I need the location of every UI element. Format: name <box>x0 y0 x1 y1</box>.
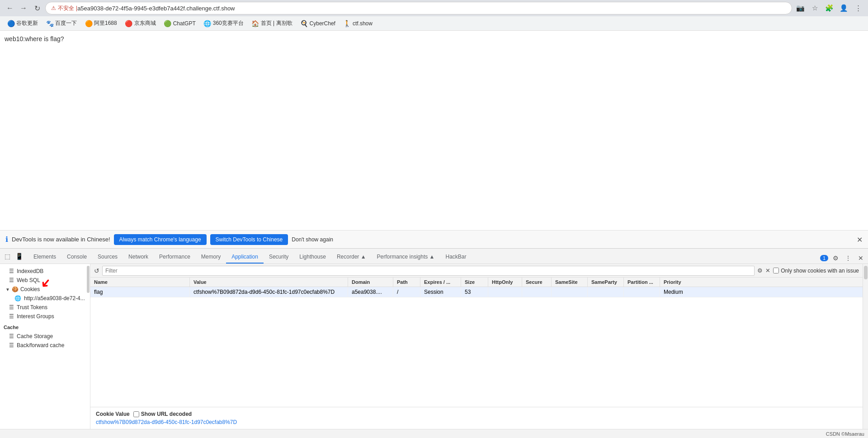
page-content: web10:where is flag? <box>0 31 868 230</box>
info-icon: ℹ <box>5 235 8 244</box>
screenshot-icon[interactable]: 📷 <box>794 2 807 14</box>
td-expires: Session <box>420 287 461 297</box>
tab-lighthouse[interactable]: Lighthouse <box>294 251 331 264</box>
tab-recorder[interactable]: Recorder ▲ <box>331 251 372 264</box>
back-button[interactable]: ← <box>4 2 16 14</box>
more-tabs-icon[interactable]: ⋮ <box>843 253 854 264</box>
sidebar-item-indexeddb[interactable]: ☰ IndexedDB <box>0 267 90 276</box>
sidebar-item-websql[interactable]: ☰ Web SQL <box>0 276 90 285</box>
th-expires[interactable]: Expires / ... <box>420 278 461 287</box>
inspect-icon[interactable]: ⬚ <box>2 251 13 262</box>
websql-icon: ☰ <box>9 277 14 283</box>
th-partition[interactable]: Partition ... <box>624 278 660 287</box>
tab-sources[interactable]: Sources <box>92 251 123 264</box>
tab-performance[interactable]: Performance <box>154 251 196 264</box>
bookmark-label-cyberchef: CyberChef <box>310 20 335 27</box>
th-sameparty[interactable]: SameParty <box>588 278 624 287</box>
th-domain[interactable]: Domain <box>348 278 393 287</box>
menu-icon[interactable]: ⋮ <box>852 2 864 14</box>
th-size[interactable]: Size <box>461 278 488 287</box>
sidebar-group-cookies[interactable]: ▼ 🍪 Cookies <box>0 285 90 294</box>
th-samesite[interactable]: SameSite <box>552 278 588 287</box>
close-notification-button[interactable]: ✕ <box>857 235 863 244</box>
cookie-value-text: ctfshow%7B09d872da-d9d6-450c-81fc-1d97c0… <box>96 419 857 425</box>
notification-bar: ℹ DevTools is now available in Chinese! … <box>0 230 868 248</box>
show-url-decoded-label: Show URL decoded <box>133 411 192 417</box>
th-name[interactable]: Name <box>90 278 190 287</box>
status-text: CSDN ©Msaerau <box>826 431 864 437</box>
settings-icon[interactable]: ⚙ <box>830 253 841 264</box>
sidebar-scrollbar[interactable] <box>86 264 90 429</box>
nav-buttons: ← → ↻ <box>4 2 43 14</box>
table-row[interactable]: flag ctfshow%7B09d872da-d9d6-450c-81fc-1… <box>90 287 863 297</box>
dismiss-button[interactable]: Don't show again <box>292 236 333 243</box>
th-httponly[interactable]: HttpOnly <box>488 278 522 287</box>
refresh-icon[interactable]: ↺ <box>94 267 99 274</box>
bookmark-cyberchef[interactable]: 🍳 CyberChef <box>297 18 339 29</box>
indexeddb-icon: ☰ <box>9 268 14 274</box>
page-title-text: web10:where is flag? <box>5 35 64 42</box>
filter-bar: ↺ ⚙ ✕ Only show cookies with an issue <box>90 264 863 278</box>
toolbar-icons: 📷 ☆ 🧩 👤 ⋮ <box>794 2 864 14</box>
always-match-button[interactable]: Always match Chrome's language <box>114 234 207 245</box>
close-devtools-icon[interactable]: ✕ <box>855 253 866 264</box>
bookmark-chatgpt[interactable]: 🟢 ChatGPT <box>160 18 199 29</box>
forward-button[interactable]: → <box>17 2 30 14</box>
filter-options-icon[interactable]: ⚙ <box>757 267 763 274</box>
tab-console[interactable]: Console <box>61 251 92 264</box>
bookmark-ctfshow[interactable]: 🚶 ctf.show <box>340 18 376 29</box>
th-path[interactable]: Path <box>393 278 420 287</box>
th-priority[interactable]: Priority <box>660 278 696 287</box>
tab-network[interactable]: Network <box>123 251 154 264</box>
table-scrollbar[interactable] <box>863 264 868 429</box>
reload-button[interactable]: ↻ <box>31 2 43 14</box>
filter-input[interactable] <box>102 266 755 276</box>
bookmark-icon-ali: 🟠 <box>85 20 92 27</box>
tab-elements[interactable]: Elements <box>28 251 61 264</box>
trust-tokens-icon: ☰ <box>9 304 14 311</box>
bookmark-label-chatgpt: ChatGPT <box>173 20 196 27</box>
devtools-body: ☰ IndexedDB ☰ Web SQL ▼ 🍪 Cookies 🌐 <box>0 264 868 429</box>
bookmark-google-update[interactable]: 🔵 谷歌更新 <box>4 18 42 29</box>
profile-icon[interactable]: 👤 <box>837 2 850 14</box>
sidebar-item-interest-groups[interactable]: ☰ Interest Groups <box>0 312 90 321</box>
th-secure[interactable]: Secure <box>522 278 552 287</box>
sidebar-item-cookie-url[interactable]: 🌐 http://a5ea9038-de72-4... <box>0 294 90 303</box>
bookmark-icon[interactable]: ☆ <box>808 2 821 14</box>
th-value[interactable]: Value <box>190 278 348 287</box>
bookmark-ali[interactable]: 🟠 阿里1688 <box>81 18 121 29</box>
bookmark-360[interactable]: 🌐 360竞赛平台 <box>200 18 247 29</box>
sidebar-scroll-thumb[interactable] <box>87 266 90 293</box>
tab-security[interactable]: Security <box>264 251 294 264</box>
tab-memory[interactable]: Memory <box>196 251 226 264</box>
bookmark-icon-360: 🌐 <box>204 20 211 27</box>
td-samesite <box>552 287 588 297</box>
back-forward-cache-icon: ☰ <box>9 342 14 349</box>
filter-clear-icon[interactable]: ✕ <box>765 267 770 274</box>
table-scroll-thumb[interactable] <box>864 266 868 279</box>
security-badge: ⚠ 不安全 | <box>51 5 77 12</box>
filter-checkbox[interactable] <box>773 268 779 273</box>
sidebar-item-back-forward-cache[interactable]: ☰ Back/forward cache <box>0 341 90 350</box>
bookmark-baidu[interactable]: 🐾 百度一下 <box>42 18 80 29</box>
bookmark-jd[interactable]: 🔴 京东商城 <box>122 18 160 29</box>
td-secure <box>522 287 552 297</box>
extensions-icon[interactable]: 🧩 <box>823 2 835 14</box>
td-size: 53 <box>461 287 488 297</box>
bookmark-icon-google: 🔵 <box>7 20 14 27</box>
cache-storage-label: Cache Storage <box>17 333 53 339</box>
show-url-decoded-checkbox[interactable] <box>133 411 139 417</box>
switch-chinese-button[interactable]: Switch DevTools to Chinese <box>210 234 288 245</box>
device-toolbar-icon[interactable]: 📱 <box>14 251 24 262</box>
filter-checkbox-container: Only show cookies with an issue <box>773 268 859 274</box>
bookmark-homepage[interactable]: 🏠 首页 | 离别歌 <box>248 18 296 29</box>
tab-performance-insights[interactable]: Performance insights ▲ <box>372 251 440 264</box>
address-bar[interactable]: ⚠ 不安全 | a5ea9038-de72-4f5a-9945-e3dfeb7a… <box>45 2 792 14</box>
sidebar-item-trust-tokens[interactable]: ☰ Trust Tokens <box>0 303 90 312</box>
td-priority: Medium <box>660 287 696 297</box>
sidebar-item-cache-storage[interactable]: ☰ Cache Storage <box>0 332 90 341</box>
tab-application[interactable]: Application <box>226 251 264 264</box>
bookmark-label-google: 谷歌更新 <box>16 19 38 27</box>
tab-hackbar[interactable]: HackBar <box>440 251 472 264</box>
url-text: a5ea9038-de72-4f5a-9945-e3dfeb7a442f.cha… <box>77 5 235 12</box>
